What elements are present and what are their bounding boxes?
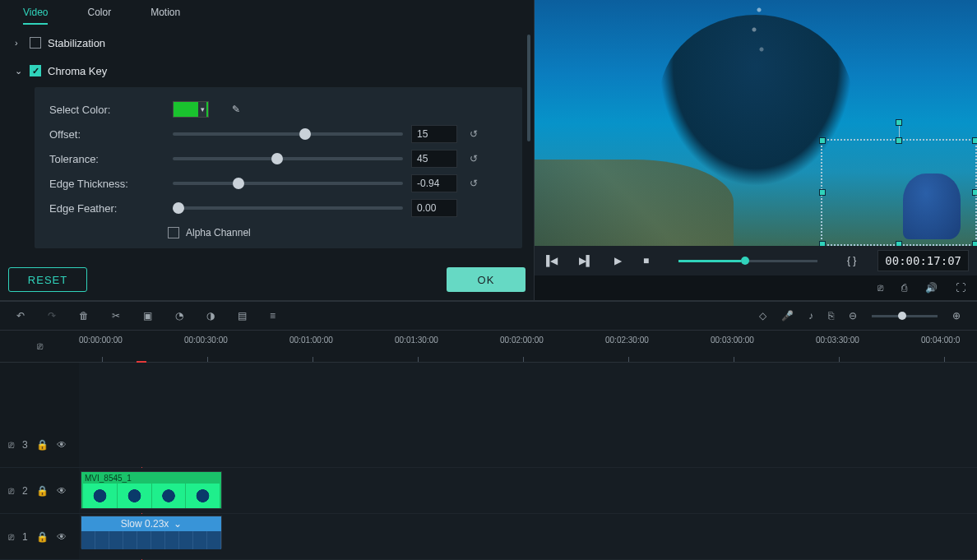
stabilization-checkbox[interactable] — [30, 37, 41, 49]
ruler-tick: 00:01:30:00 — [395, 336, 438, 345]
tab-video[interactable]: Video — [23, 7, 48, 25]
tab-color[interactable]: Color — [87, 7, 111, 25]
reset-tolerance-icon[interactable]: ↺ — [465, 153, 482, 164]
resize-handle[interactable] — [819, 137, 826, 144]
progress-bar[interactable] — [678, 260, 817, 262]
track-manager-icon[interactable]: ⎚ — [0, 331, 79, 362]
resize-handle[interactable] — [819, 241, 826, 246]
resize-handle[interactable] — [972, 241, 977, 246]
mixer-icon[interactable]: ♪ — [808, 310, 813, 322]
clip-label: MVI_8545_1 — [85, 474, 132, 483]
ruler-tick: 00:02:00:00 — [500, 336, 544, 345]
speed-label: Slow 0.23x — [121, 518, 169, 530]
eyedropper-icon[interactable]: ✎ — [232, 104, 240, 115]
transport-bar: ▐◀ ▶▌ ▶ ■ { } 00:00:17:07 — [535, 246, 977, 275]
record-voice-icon[interactable]: 🎤 — [781, 310, 794, 322]
track-type-icon: ⎚ — [8, 485, 14, 497]
rotate-handle[interactable] — [896, 119, 902, 126]
ruler-tick: 00:01:00:00 — [289, 336, 333, 345]
quality-icon[interactable]: ⎚ — [877, 282, 883, 294]
marker-icon[interactable]: ◇ — [759, 310, 766, 322]
video-clip-main[interactable]: Slow 0.23x⌄ — [81, 516, 222, 548]
chevron-down-icon[interactable]: ⌄ — [15, 66, 30, 76]
ruler-tick: 00:00:30:00 — [184, 336, 228, 345]
preview-tools: ⎚ ⎙ 🔊 ⛶ — [535, 275, 977, 300]
chevron-down-icon[interactable]: ⌄ — [174, 518, 182, 530]
offset-input[interactable] — [411, 125, 457, 143]
zoom-slider[interactable] — [872, 315, 938, 317]
properties-panel: › Stabilization ⌄ Chroma Key Select Colo… — [0, 25, 534, 259]
edge-feather-label: Edge Feather: — [49, 202, 164, 215]
undo-icon[interactable]: ↶ — [16, 310, 25, 322]
alpha-channel-checkbox[interactable] — [168, 227, 179, 238]
crop-icon[interactable]: ▣ — [143, 310, 152, 322]
timeline: ⎚ 00:00:00:0000:00:30:0000:01:00:0000:01… — [0, 331, 977, 560]
stop-icon[interactable]: ■ — [643, 255, 649, 266]
speed-icon[interactable]: ◔ — [175, 310, 183, 322]
ok-button[interactable]: OK — [447, 267, 526, 292]
ruler-tick: 00:03:00:00 — [711, 336, 754, 345]
tolerance-slider[interactable] — [173, 157, 403, 160]
section-chroma-key[interactable]: ⌄ Chroma Key — [15, 59, 530, 82]
time-ruler[interactable]: 00:00:00:0000:00:30:0000:01:00:0000:01:3… — [79, 331, 977, 362]
play-icon[interactable]: ▶ — [614, 255, 622, 266]
reset-button[interactable]: RESET — [8, 267, 87, 292]
lock-icon[interactable]: 🔒 — [36, 485, 49, 497]
lock-icon[interactable]: 🔒 — [36, 531, 49, 543]
chroma-key-controls: Select Color: ▾ ✎ Offset: ↺ Tolerance: — [35, 87, 522, 248]
resize-handle[interactable] — [896, 137, 902, 144]
video-clip[interactable]: MVI_8545_1 — [81, 471, 222, 509]
ruler-tick: 00:02:30:00 — [605, 336, 649, 345]
tolerance-input[interactable] — [411, 150, 457, 168]
chroma-checkbox[interactable] — [30, 65, 41, 76]
fullscreen-icon[interactable]: ⛶ — [956, 282, 965, 294]
chroma-label: Chroma Key — [48, 65, 107, 77]
render-icon[interactable]: ⎘ — [828, 310, 834, 322]
offset-slider[interactable] — [173, 132, 403, 136]
visibility-icon[interactable]: 👁 — [57, 531, 67, 543]
visibility-icon[interactable]: 👁 — [57, 439, 67, 451]
resize-handle[interactable] — [972, 189, 977, 196]
edge-thickness-slider[interactable] — [173, 182, 403, 185]
color-picker[interactable]: ▾ — [173, 101, 209, 118]
offset-label: Offset: — [49, 128, 164, 141]
section-stabilization[interactable]: › Stabilization — [15, 31, 530, 54]
split-icon[interactable]: ✂ — [112, 310, 120, 322]
reset-edge-thickness-icon[interactable]: ↺ — [465, 178, 482, 189]
scrollbar[interactable] — [527, 35, 530, 141]
stabilization-label: Stabilization — [48, 37, 105, 49]
edge-feather-slider[interactable] — [173, 206, 403, 210]
color-icon[interactable]: ◑ — [206, 310, 215, 322]
green-screen-icon[interactable]: ▤ — [238, 310, 247, 322]
delete-icon[interactable]: 🗑 — [79, 310, 89, 322]
edge-thickness-input[interactable] — [411, 174, 457, 192]
zoom-out-icon[interactable]: ⊖ — [849, 310, 857, 322]
markers-icon[interactable]: { } — [847, 255, 856, 266]
visibility-icon[interactable]: 👁 — [57, 485, 67, 497]
adjust-icon[interactable]: ≡ — [270, 310, 276, 322]
dropdown-caret-icon[interactable]: ▾ — [198, 102, 206, 117]
redo-icon[interactable]: ↷ — [48, 310, 56, 322]
prev-frame-icon[interactable]: ▐◀ — [543, 255, 558, 266]
lock-icon[interactable]: 🔒 — [36, 439, 49, 451]
track-number: 2 — [22, 485, 28, 497]
zoom-in-icon[interactable]: ⊕ — [952, 310, 961, 322]
resize-handle[interactable] — [896, 241, 902, 246]
volume-icon[interactable]: 🔊 — [925, 282, 938, 294]
tab-motion[interactable]: Motion — [150, 7, 180, 25]
snapshot-icon[interactable]: ⎙ — [901, 282, 907, 294]
resize-handle[interactable] — [972, 137, 977, 144]
preview-viewport[interactable] — [535, 0, 977, 246]
resize-handle[interactable] — [819, 189, 826, 196]
track-number: 3 — [22, 439, 28, 451]
chevron-right-icon[interactable]: › — [15, 38, 30, 48]
effect-tabs: Video Color Motion — [0, 0, 534, 25]
preview-content — [747, 0, 771, 99]
reset-offset-icon[interactable]: ↺ — [465, 128, 482, 140]
timecode-display: 00:00:17:07 — [877, 250, 969, 271]
next-frame-icon[interactable]: ▶▌ — [579, 255, 594, 266]
track-type-icon: ⎚ — [8, 531, 14, 543]
transform-gizmo[interactable] — [821, 139, 977, 246]
edge-feather-input[interactable] — [411, 199, 457, 217]
track-number: 1 — [22, 531, 28, 543]
